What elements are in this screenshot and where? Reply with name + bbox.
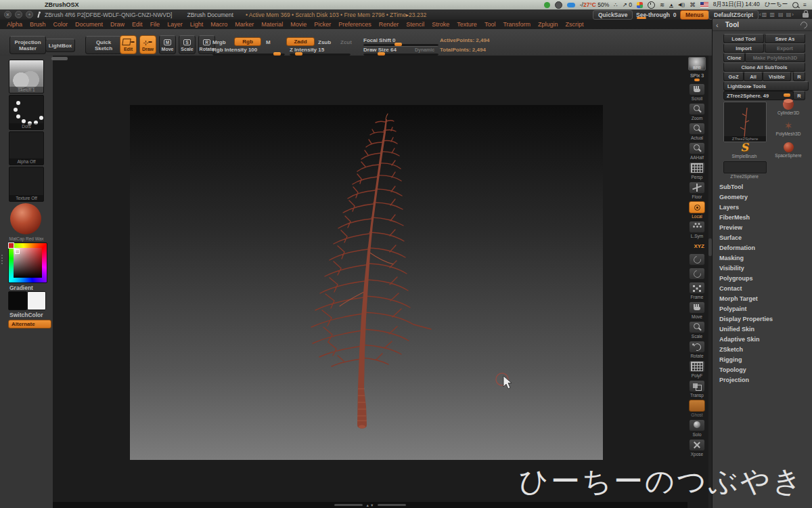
shelf-toggle-button[interactable]: PolyF — [689, 360, 705, 378]
bottom-tray-handle[interactable] — [334, 504, 363, 506]
menus-button[interactable]: Menus — [680, 10, 709, 20]
make-polymesh3d-button[interactable]: Make PolyMesh3D — [745, 53, 805, 62]
macos-app-menu[interactable]: ZBrushOSX — [45, 1, 79, 8]
subpalette-header[interactable]: Morph Target — [713, 293, 812, 303]
current-tool-thumbnail[interactable]: ZTree2Sphere — [723, 102, 767, 142]
recent-tool-thumbnail[interactable] — [723, 161, 767, 173]
shelf-toggle-button[interactable]: Local — [689, 201, 705, 219]
menu-item[interactable]: Movie — [290, 21, 307, 28]
shelf-toggle-button[interactable]: Transp — [689, 380, 705, 398]
current-alpha-thumbnail[interactable]: Alpha Off — [9, 131, 44, 165]
menu-item[interactable]: Color — [53, 21, 68, 28]
mode-button[interactable]: Draw — [139, 35, 156, 54]
menu-item[interactable]: Preferences — [338, 21, 371, 28]
quick-sketch-button[interactable]: Quick Sketch — [85, 36, 122, 54]
menu-item[interactable]: Stroke — [432, 21, 449, 28]
zcut-button[interactable]: Zcut — [340, 39, 352, 45]
menu-item[interactable]: Transform — [503, 21, 531, 28]
palette-menu-icon[interactable] — [799, 20, 809, 30]
mrgb-button[interactable]: Mrgb — [212, 39, 226, 45]
subpalette-header[interactable]: Polygroups — [713, 273, 812, 283]
menu-item[interactable]: Edit — [132, 21, 143, 28]
weather-temp[interactable]: -/27°C 50% — [580, 1, 610, 8]
quick-tool-cylinder3d[interactable]: Cylinder3D — [770, 100, 807, 115]
quicksave-button[interactable]: QuickSave — [593, 10, 633, 20]
menu-item[interactable]: Stencil — [406, 21, 424, 28]
rgb-intensity-slider[interactable]: Rgb Intensity 100 — [212, 47, 257, 53]
subpalette-header[interactable]: Display Properties — [713, 314, 812, 324]
alternate-button[interactable]: Alternate — [8, 320, 51, 329]
subpalette-header[interactable]: Unified Skin — [713, 324, 812, 334]
switchcolor-button[interactable]: SwitchColor — [9, 312, 43, 318]
bottom-tray-handle[interactable] — [378, 504, 406, 506]
mode-button[interactable]: Edit — [120, 35, 137, 54]
subpalette-header[interactable]: Rigging — [713, 354, 812, 364]
goz-button[interactable]: GoZ — [723, 72, 744, 81]
quick-tool-spacesphere[interactable]: SpaceSphere — [770, 142, 807, 158]
eject-icon[interactable]: ▲ — [669, 3, 673, 7]
window-zoom-button[interactable]: + — [26, 11, 33, 18]
shelf-toggle-button[interactable] — [689, 268, 705, 280]
main-color-swatch[interactable] — [8, 291, 27, 310]
menu-item[interactable]: Light — [190, 21, 204, 28]
zadd-button[interactable]: Zadd — [286, 37, 315, 46]
load-tool-button[interactable]: Load Tool — [723, 34, 764, 43]
subpalette-header[interactable]: Adaptive Skin — [713, 334, 812, 344]
right-tray-toggle-icon[interactable]: ▤ ▤› — [778, 12, 794, 18]
export-button[interactable]: Export — [765, 43, 805, 53]
shelf-toggle-button[interactable]: Frame — [689, 282, 705, 299]
tray-scrollbar[interactable] — [51, 57, 68, 60]
shelf-toggle-button[interactable]: AAHalf — [689, 142, 705, 160]
menu-item[interactable]: Tool — [484, 21, 496, 28]
save-as-button[interactable]: Save As — [765, 34, 805, 43]
subpalette-header[interactable]: SubTool — [713, 182, 812, 192]
current-brush-thumbnail[interactable]: Sketch 1 — [9, 60, 44, 93]
tool-slider-r-button[interactable]: R — [793, 91, 805, 100]
subpalette-header[interactable]: Layers — [713, 202, 812, 212]
shelf-toggle-button[interactable]: Floor — [689, 182, 705, 199]
cloud-icon[interactable] — [567, 3, 575, 7]
current-tool-slider[interactable]: ZTree2Sphere. 49 — [723, 91, 794, 100]
menu-item[interactable]: Draw — [110, 21, 125, 28]
subpalette-header[interactable]: Contact — [713, 283, 812, 293]
shelf-toggle-button[interactable]: Solo — [689, 419, 705, 437]
quick-tool-simplebrush[interactable]: S SimpleBrush — [726, 142, 763, 158]
projection-master-button[interactable]: Projection Master — [9, 36, 46, 54]
tool-palette-header[interactable]: ‹ Tool — [713, 19, 812, 31]
spix-slider[interactable]: SPix 3 — [690, 72, 704, 81]
menu-item[interactable]: Brush — [30, 21, 46, 28]
goz-r-button[interactable]: R — [793, 72, 805, 81]
shelf-toggle-button[interactable]: Rotate — [689, 341, 705, 358]
window-close-button[interactable]: ✕ — [4, 11, 12, 18]
document-canvas[interactable] — [53, 56, 687, 508]
status-green-icon[interactable] — [544, 2, 550, 8]
subpalette-header[interactable]: Surface — [713, 232, 812, 242]
mode-button[interactable]: S Scale — [179, 35, 196, 54]
photos-icon[interactable] — [637, 2, 643, 8]
subpalette-header[interactable]: Masking — [713, 253, 812, 263]
shelf-toggle-button[interactable]: Scroll — [689, 83, 705, 101]
menu-item[interactable]: Zscript — [566, 21, 584, 28]
subpalette-header[interactable]: Visibility — [713, 263, 812, 273]
subpalette-header[interactable]: ZSketch — [713, 344, 812, 354]
default-zscript-button[interactable]: DefaultZScript — [708, 10, 759, 20]
shelf-toggle-button[interactable]: Ghost — [689, 400, 705, 417]
zsub-button[interactable]: Zsub — [318, 39, 331, 45]
notification-center-icon[interactable]: ≡ — [803, 1, 807, 8]
recent-color-chip[interactable] — [8, 242, 14, 249]
spotlight-icon[interactable] — [792, 2, 798, 8]
menubar-clock[interactable]: 8月31日(日) 14:40 — [713, 1, 760, 9]
subpalette-header[interactable]: Preview — [713, 222, 812, 232]
left-tray-toggle-icon[interactable]: ‹▥ ▥ — [759, 12, 775, 18]
activity-icon[interactable]: ↗ 0 — [623, 1, 632, 8]
wifi-icon[interactable]: ≋ — [660, 1, 664, 8]
shelf-toggle-button[interactable] — [689, 253, 705, 266]
shelf-toggle-button[interactable]: Persp — [689, 162, 705, 179]
input-menu-icon[interactable]: ⌘ — [690, 1, 696, 8]
focal-shift-slider[interactable]: Focal Shift 0 — [363, 37, 396, 43]
clone-button[interactable]: Clone — [723, 53, 745, 62]
menu-item[interactable]: File — [150, 21, 160, 28]
current-texture-thumbnail[interactable]: Texture Off — [9, 167, 44, 202]
window-minimize-button[interactable]: − — [15, 11, 22, 18]
secondary-color-swatch[interactable] — [27, 291, 46, 310]
